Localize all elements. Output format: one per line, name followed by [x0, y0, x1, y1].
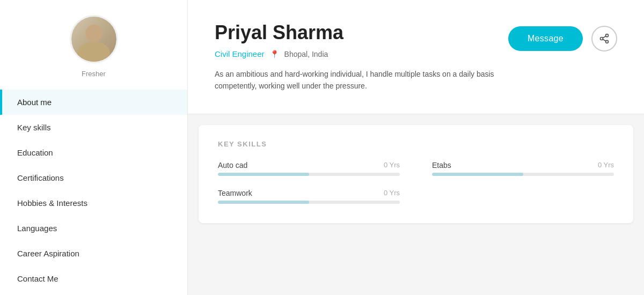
- sidebar-item-contact-me[interactable]: Contact Me: [0, 266, 187, 291]
- sidebar-item-about-me[interactable]: About me: [0, 90, 187, 115]
- profile-title-row: Civil Engineer 📍 Bhopal, India: [215, 49, 508, 58]
- profile-name: Priyal Sharma: [215, 21, 508, 44]
- sidebar-nav: About me Key skills Education Certificat…: [0, 90, 187, 291]
- skill-bar-fill-etabs: [432, 173, 523, 176]
- sidebar-item-key-skills[interactable]: Key skills: [0, 115, 187, 140]
- message-button[interactable]: Message: [508, 26, 583, 51]
- profile-info: Priyal Sharma Civil Engineer 📍 Bhopal, I…: [215, 21, 508, 92]
- fresher-label: Fresher: [82, 70, 106, 78]
- sidebar-item-education[interactable]: Education: [0, 140, 187, 165]
- sidebar-item-hobbies[interactable]: Hobbies & Interests: [0, 190, 187, 216]
- svg-line-3: [603, 39, 606, 41]
- skills-section-title: KEY SKILLS: [218, 140, 614, 148]
- skill-years-autocad: 0 Yrs: [384, 161, 400, 169]
- skill-item-teamwork: Teamwork 0 Yrs: [218, 189, 400, 204]
- skill-bar-fill-teamwork: [218, 201, 309, 204]
- avatar-section: Fresher: [70, 0, 118, 87]
- skill-name-autocad: Auto cad: [218, 161, 247, 169]
- skills-grid: Auto cad 0 Yrs Etabs 0 Yrs Teamwork: [218, 161, 614, 204]
- skill-bar-fill-autocad: [218, 173, 309, 176]
- skill-years-etabs: 0 Yrs: [598, 161, 614, 169]
- skill-bar-bg-etabs: [432, 173, 614, 176]
- profile-header: Priyal Sharma Civil Engineer 📍 Bhopal, I…: [188, 0, 644, 114]
- skill-header-teamwork: Teamwork 0 Yrs: [218, 189, 400, 197]
- sidebar-item-certifications[interactable]: Certifications: [0, 165, 187, 190]
- skill-item-etabs: Etabs 0 Yrs: [432, 161, 614, 176]
- location-icon: 📍: [270, 50, 279, 58]
- sidebar-item-career-aspiration[interactable]: Career Aspiration: [0, 241, 187, 266]
- skill-bar-bg-teamwork: [218, 201, 400, 204]
- skills-grid-empty: [432, 189, 614, 204]
- sidebar-item-languages[interactable]: Languages: [0, 216, 187, 241]
- profile-actions: Message: [508, 21, 617, 51]
- skill-item-autocad: Auto cad 0 Yrs: [218, 161, 400, 176]
- sidebar: Fresher About me Key skills Education Ce…: [0, 0, 188, 295]
- skill-years-teamwork: 0 Yrs: [384, 189, 400, 197]
- profile-title: Civil Engineer: [215, 49, 265, 58]
- skill-header-autocad: Auto cad 0 Yrs: [218, 161, 400, 169]
- avatar-image: [71, 15, 116, 63]
- profile-location: Bhopal, India: [284, 50, 328, 58]
- svg-line-4: [603, 36, 606, 38]
- share-button[interactable]: [591, 26, 617, 51]
- skills-section: KEY SKILLS Auto cad 0 Yrs Etabs 0 Yrs: [199, 125, 633, 223]
- skill-bar-bg-autocad: [218, 173, 400, 176]
- skill-name-teamwork: Teamwork: [218, 189, 252, 197]
- skill-name-etabs: Etabs: [432, 161, 451, 169]
- skill-header-etabs: Etabs 0 Yrs: [432, 161, 614, 169]
- avatar: [70, 15, 118, 63]
- main-content: Priyal Sharma Civil Engineer 📍 Bhopal, I…: [188, 0, 644, 295]
- share-icon: [599, 33, 610, 44]
- profile-bio: As an ambitious and hard-working individ…: [215, 68, 508, 92]
